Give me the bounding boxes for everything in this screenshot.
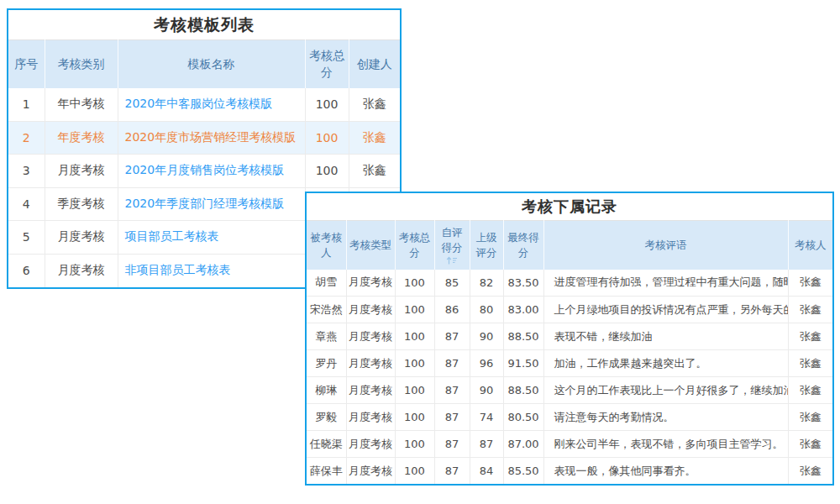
table-row[interactable]: 薛保丰月度考核100878485.50表现一般，像其他同事看齐。张鑫	[307, 458, 832, 485]
cell-name: 非项目部员工考核表	[118, 254, 305, 287]
column-header-category: 考核类别	[45, 40, 118, 88]
cell-final_score: 83.00	[503, 297, 543, 323]
cell-superior_score: 90	[470, 377, 503, 404]
cell-self_score: 87	[434, 323, 470, 350]
cell-total: 100	[395, 377, 434, 404]
cell-no: 2	[8, 121, 45, 155]
cell-assessor: 张鑫	[788, 350, 832, 377]
cell-creator: 张鑫	[349, 155, 400, 188]
cell-type: 月度考核	[346, 350, 395, 377]
table-row[interactable]: 章燕月度考核100879088.50表现不错，继续加油张鑫	[307, 323, 832, 350]
cell-type: 月度考核	[346, 458, 395, 485]
cell-final_score: 91.50	[503, 350, 543, 377]
cell-self_score: 87	[434, 431, 470, 458]
cell-no: 4	[8, 187, 45, 221]
cell-category: 月度考核	[45, 221, 118, 255]
table-row[interactable]: 任晓渠月度考核100878787.00刚来公司半年，表现不错，多向项目主管学习。…	[307, 431, 832, 458]
cell-total: 100	[395, 350, 434, 377]
cell-assessor: 张鑫	[788, 431, 832, 458]
cell-self_score: 85	[434, 270, 470, 297]
cell-no: 1	[8, 88, 45, 122]
cell-assessee: 任晓渠	[307, 431, 346, 458]
template-name-link[interactable]: 非项目部员工考核表	[125, 263, 231, 276]
cell-assessor: 张鑫	[788, 377, 832, 404]
cell-total: 100	[395, 323, 434, 350]
subordinate-records-panel: 考核下属记录 被考核人考核类型考核总分自评得分上级评分最终得分考核评语考核人胡雪…	[305, 192, 834, 486]
cell-self_score: 87	[434, 377, 470, 404]
column-header-label: 模板名称	[188, 57, 235, 71]
cell-total: 100	[395, 458, 434, 485]
column-header-final_score: 最终得分	[503, 221, 543, 270]
cell-comment: 这个月的工作表现比上一个月好很多了，继续加油！	[543, 377, 788, 404]
cell-name: 2020年月度销售岗位考核模版	[118, 155, 305, 188]
column-header-label: 考核类型	[349, 239, 391, 251]
cell-category: 年中考核	[45, 88, 118, 122]
cell-creator: 张鑫	[349, 88, 400, 122]
cell-self_score: 86	[434, 297, 470, 323]
table-row[interactable]: 罗丹月度考核100879691.50加油，工作成果越来越突出了。张鑫	[307, 350, 832, 377]
table-row[interactable]: 3月度考核2020年月度销售岗位考核模版100张鑫	[8, 155, 400, 188]
column-header-label: 最终得分	[507, 231, 539, 259]
cell-self_score: 87	[434, 350, 470, 377]
cell-total: 100	[395, 270, 434, 297]
cell-comment: 进度管理有待加强，管理过程中有重大问题，随时...	[543, 270, 788, 297]
cell-type: 月度考核	[346, 323, 395, 350]
cell-final_score: 88.50	[503, 323, 543, 350]
table-row[interactable]: 罗毅月度考核100877480.50请注意每天的考勤情况。张鑫	[307, 404, 832, 431]
column-header-assessee: 被考核人	[307, 221, 346, 270]
cell-total: 100	[395, 297, 434, 323]
cell-superior_score: 82	[470, 270, 503, 297]
cell-type: 月度考核	[346, 431, 395, 458]
cell-category: 季度考核	[45, 187, 118, 221]
cell-assessor: 张鑫	[788, 270, 832, 297]
cell-final_score: 80.50	[503, 404, 543, 431]
cell-comment: 表现不错，继续加油	[543, 323, 788, 350]
sort-icon[interactable]	[446, 256, 458, 265]
cell-assessor: 张鑫	[788, 297, 832, 323]
template-name-link[interactable]: 2020年中客服岗位考核模版	[125, 97, 273, 110]
cell-assessor: 张鑫	[788, 404, 832, 431]
template-name-link[interactable]: 2020年季度部门经理考核模版	[125, 197, 285, 210]
cell-assessor: 张鑫	[788, 458, 832, 485]
column-header-label: 考核类别	[58, 57, 105, 71]
table-row[interactable]: 柳琳月度考核100879088.50这个月的工作表现比上一个月好很多了，继续加油…	[307, 377, 832, 404]
column-header-name: 模板名称	[118, 40, 305, 88]
cell-assessee: 柳琳	[307, 377, 346, 404]
cell-name: 2020年中客服岗位考核模版	[118, 88, 305, 122]
template-name-link[interactable]: 项目部员工考核表	[125, 229, 219, 243]
column-header-superior_score: 上级评分	[470, 221, 503, 270]
table-row[interactable]: 胡雪月度考核100858283.50进度管理有待加强，管理过程中有重大问题，随时…	[307, 270, 832, 297]
cell-final_score: 85.50	[503, 458, 543, 485]
column-header-comment: 考核评语	[543, 221, 788, 270]
cell-name: 2020年度市场营销经理考核模版	[118, 121, 305, 155]
cell-score: 100	[305, 121, 349, 155]
cell-comment: 上个月绿地项目的投诉情况有点严重，另外每天的...	[543, 297, 788, 323]
column-header-label: 被考核人	[311, 231, 343, 259]
cell-comment: 刚来公司半年，表现不错，多向项目主管学习。	[543, 431, 788, 458]
cell-creator: 张鑫	[349, 121, 400, 155]
column-header-label: 序号	[14, 57, 38, 71]
cell-assessee: 胡雪	[307, 270, 346, 297]
cell-total: 100	[395, 431, 434, 458]
column-header-self_score[interactable]: 自评得分	[434, 221, 470, 270]
cell-superior_score: 84	[470, 458, 503, 485]
cell-category: 月度考核	[45, 254, 118, 287]
column-header-label: 自评得分	[442, 226, 463, 254]
column-header-creator: 创建人	[349, 40, 400, 88]
template-name-link[interactable]: 2020年度市场营销经理考核模版	[125, 130, 297, 144]
cell-type: 月度考核	[346, 297, 395, 323]
column-header-label: 考核总分	[399, 231, 431, 259]
column-header-label: 考核人	[795, 239, 827, 251]
table-row[interactable]: 1年中考核2020年中客服岗位考核模版100张鑫	[8, 88, 400, 122]
column-header-assessor: 考核人	[788, 221, 832, 270]
cell-no: 6	[8, 254, 45, 287]
cell-no: 3	[8, 155, 45, 188]
cell-comment: 请注意每天的考勤情况。	[543, 404, 788, 431]
template-name-link[interactable]: 2020年月度销售岗位考核模版	[125, 163, 285, 176]
cell-score: 100	[305, 155, 349, 188]
cell-superior_score: 96	[470, 350, 503, 377]
table-row[interactable]: 2年度考核2020年度市场营销经理考核模版100张鑫	[8, 121, 400, 155]
cell-comment: 表现一般，像其他同事看齐。	[543, 458, 788, 485]
cell-final_score: 83.50	[503, 270, 543, 297]
table-row[interactable]: 宋浩然月度考核100868083.00上个月绿地项目的投诉情况有点严重，另外每天…	[307, 297, 832, 323]
